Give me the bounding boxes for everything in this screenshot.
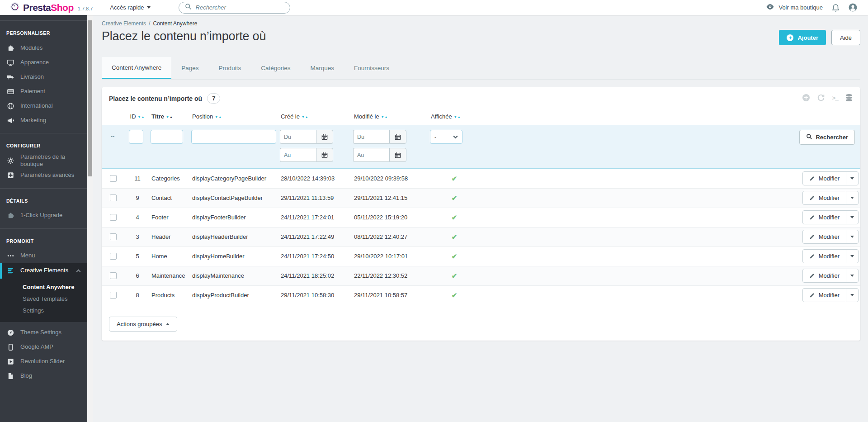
add-new-icon[interactable] bbox=[802, 94, 810, 104]
column-header-titre[interactable]: Titre▼▲ bbox=[151, 109, 191, 125]
modify-button: Modifier bbox=[802, 210, 859, 224]
tab-produits[interactable]: Produits bbox=[209, 57, 251, 79]
sort-icons[interactable]: ▼▲ bbox=[138, 115, 145, 119]
modify-dropdown-caret[interactable] bbox=[846, 211, 858, 224]
notifications-bell-icon[interactable] bbox=[832, 4, 840, 12]
sidebar-item-paiement[interactable]: Paiement bbox=[0, 84, 87, 99]
modify-dropdown-caret[interactable] bbox=[846, 172, 858, 185]
cell-modifie: 22/11/2022 12:30:52 bbox=[353, 266, 430, 285]
database-icon[interactable] bbox=[845, 94, 853, 104]
search-input[interactable] bbox=[196, 4, 284, 11]
sidebar-item-parametres-avances[interactable]: Paramètres avancés bbox=[0, 168, 87, 183]
enabled-check-icon[interactable]: ✔ bbox=[452, 213, 458, 221]
row-checkbox[interactable] bbox=[110, 214, 117, 221]
add-button[interactable]: + Ajouter bbox=[779, 30, 826, 45]
sidebar-item-theme-settings[interactable]: Theme Settings bbox=[0, 326, 87, 340]
enabled-check-icon[interactable]: ✔ bbox=[452, 252, 458, 260]
content-table: ID▼▲ Titre▼▲ Position▼▲ Créé le▼▲ Modifi… bbox=[102, 109, 860, 305]
pencil-icon bbox=[809, 195, 815, 201]
tab-content-anywhere[interactable]: Content Anywhere bbox=[102, 57, 171, 79]
modify-dropdown-caret[interactable] bbox=[846, 269, 858, 282]
row-checkbox[interactable] bbox=[110, 292, 117, 299]
sidebar-item-livraison[interactable]: Livraison bbox=[0, 70, 87, 84]
calendar-icon[interactable] bbox=[316, 148, 333, 162]
tab-categories[interactable]: Catégories bbox=[251, 57, 300, 79]
tab-fournisseurs[interactable]: Fournisseurs bbox=[344, 57, 399, 79]
help-button[interactable]: Aide bbox=[831, 30, 860, 45]
column-header-position[interactable]: Position▼▲ bbox=[191, 109, 280, 125]
refresh-icon[interactable] bbox=[817, 94, 825, 104]
tab-pages[interactable]: Pages bbox=[171, 57, 208, 79]
breadcrumb-parent[interactable]: Creative Elements bbox=[102, 20, 146, 27]
cell-cree: 24/11/2021 17:24:50 bbox=[280, 247, 353, 266]
pencil-icon bbox=[809, 214, 815, 220]
filter-cree-to-input[interactable] bbox=[280, 148, 316, 162]
user-avatar-icon[interactable] bbox=[849, 3, 857, 12]
cell-modifie: 29/11/2021 10:58:57 bbox=[353, 285, 430, 305]
sidebar-item-apparence[interactable]: Apparence bbox=[0, 55, 87, 70]
filter-id-input[interactable] bbox=[129, 130, 143, 144]
breadcrumb-current: Content Anywhere bbox=[153, 20, 197, 27]
sidebar-item-marketing[interactable]: Marketing bbox=[0, 113, 87, 128]
filter-affichee-select[interactable]: - bbox=[430, 130, 462, 144]
terminal-icon[interactable]: >_ bbox=[832, 95, 838, 102]
calendar-icon[interactable] bbox=[316, 130, 333, 144]
dots-icon bbox=[6, 252, 14, 260]
tab-marques[interactable]: Marques bbox=[300, 57, 344, 79]
sort-icons[interactable]: ▼▲ bbox=[302, 115, 309, 119]
sidebar-item-international[interactable]: International bbox=[0, 99, 87, 113]
sort-icons[interactable]: ▼▲ bbox=[215, 115, 222, 119]
panel-header: Placez le contenu n’importe où 7 >_ bbox=[102, 87, 860, 109]
enabled-check-icon[interactable]: ✔ bbox=[452, 175, 458, 182]
enabled-check-icon[interactable]: ✔ bbox=[452, 272, 458, 280]
sort-icons[interactable]: ▼▲ bbox=[454, 115, 461, 119]
sidebar-item-1-click-upgrade[interactable]: 1-Click Upgrade bbox=[0, 209, 87, 223]
filter-titre-input[interactable] bbox=[151, 130, 183, 144]
column-header-affichee[interactable]: Affichée▼▲ bbox=[430, 109, 480, 125]
enabled-check-icon[interactable]: ✔ bbox=[452, 233, 458, 241]
sidebar-section-personnaliser: PERSONNALISER bbox=[6, 30, 81, 36]
row-checkbox[interactable] bbox=[110, 175, 117, 182]
modify-dropdown-caret[interactable] bbox=[846, 250, 858, 263]
sidebar-item-content-anywhere[interactable]: Content Anywhere bbox=[23, 281, 87, 293]
sidebar-item-saved-templates[interactable]: Saved Templates bbox=[23, 293, 87, 305]
view-shop-link[interactable]: Voir ma boutique bbox=[766, 4, 823, 11]
sidebar-item-settings[interactable]: Settings bbox=[23, 305, 87, 317]
page-title: Placez le contenu n’importe où bbox=[102, 29, 860, 43]
calendar-icon[interactable] bbox=[389, 148, 406, 162]
column-header-modifie-le[interactable]: Modifié le▼▲ bbox=[353, 109, 430, 125]
enabled-check-icon[interactable]: ✔ bbox=[452, 194, 458, 202]
puzzle-icon bbox=[6, 212, 14, 219]
sidebar-item-creative-elements[interactable]: Creative Elements bbox=[0, 263, 87, 279]
row-checkbox[interactable] bbox=[110, 253, 117, 260]
bulk-actions-button[interactable]: Actions groupées bbox=[109, 317, 177, 332]
row-checkbox[interactable] bbox=[110, 272, 117, 279]
sidebar-item-modules[interactable]: Modules bbox=[0, 41, 87, 55]
row-checkbox[interactable] bbox=[110, 194, 117, 201]
sidebar-item-revolution-slider[interactable]: Revolution Slider bbox=[0, 355, 87, 369]
filter-cree-from-input[interactable] bbox=[280, 130, 316, 144]
sort-icons[interactable]: ▼▲ bbox=[381, 115, 388, 119]
column-header-id[interactable]: ID▼▲ bbox=[125, 109, 151, 125]
quick-access-menu[interactable]: Accès rapide bbox=[110, 4, 150, 11]
sidebar-item-blog[interactable]: Blog bbox=[0, 369, 87, 384]
column-header-cree-le[interactable]: Créé le▼▲ bbox=[280, 109, 353, 125]
filter-modifie-from-input[interactable] bbox=[353, 130, 389, 144]
sidebar-scrollbar-thumb[interactable] bbox=[88, 20, 92, 176]
sidebar-item-parametres-boutique[interactable]: Paramètres de la boutique bbox=[0, 153, 87, 168]
modify-dropdown-caret[interactable] bbox=[846, 230, 858, 243]
modify-dropdown-caret[interactable] bbox=[846, 191, 858, 204]
search-filter-button[interactable]: Rechercher bbox=[799, 130, 855, 145]
sidebar-item-google-amp[interactable]: Google AMP bbox=[0, 340, 87, 355]
row-checkbox[interactable] bbox=[110, 233, 117, 240]
filter-position-input[interactable] bbox=[191, 130, 276, 144]
filter-modifie-to-input[interactable] bbox=[353, 148, 389, 162]
calendar-icon[interactable] bbox=[389, 130, 406, 144]
modify-button: Modifier bbox=[802, 269, 859, 283]
cell-position: displayHomeBuilder bbox=[191, 247, 280, 266]
prestashop-logo[interactable]: PrestaShop 1.7.8.7 bbox=[10, 2, 93, 14]
modify-dropdown-caret[interactable] bbox=[846, 289, 858, 302]
sidebar-item-menu[interactable]: Menu bbox=[0, 249, 87, 263]
sort-icons[interactable]: ▼▲ bbox=[166, 115, 173, 119]
enabled-check-icon[interactable]: ✔ bbox=[452, 291, 458, 299]
